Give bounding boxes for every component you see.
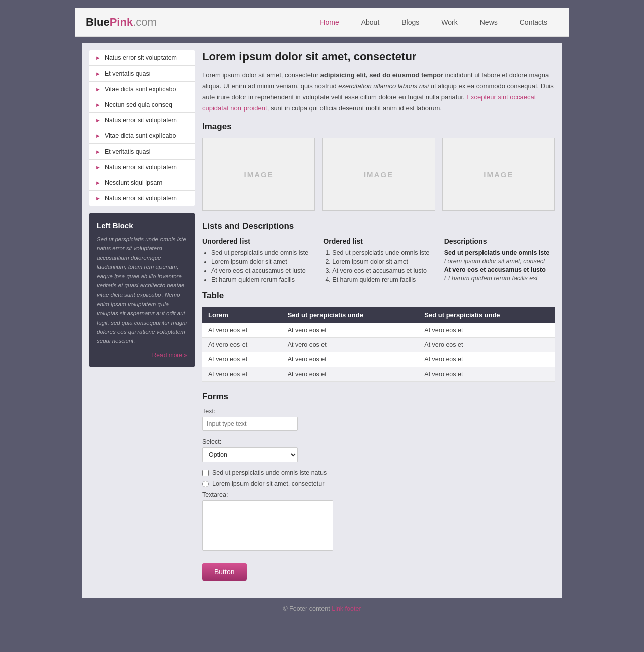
table-header-3: Sed ut perspiciatis unde	[418, 307, 555, 323]
content-title: Lorem ipsum dolor sit amet, consectetur	[202, 50, 555, 63]
radio-label: Lorem ipsum dolor sit amet, consectetur	[212, 480, 324, 487]
table-section: Lorem Sed ut perspiciatis unde Sed ut pe…	[202, 307, 555, 382]
table-row: At vero eos et At vero eos et At vero eo…	[202, 367, 555, 382]
table-cell: At vero eos et	[282, 323, 419, 338]
table-cell: At vero eos et	[202, 323, 282, 338]
textarea-label: Textarea:	[202, 491, 555, 498]
arrow-icon-7: ►	[95, 149, 101, 155]
arrow-icon-10: ►	[95, 195, 101, 201]
table-header-1: Lorem	[202, 307, 282, 323]
checkbox-row: Sed ut perspiciatis unde omnis iste natu…	[202, 469, 555, 476]
radio-row: Lorem ipsum dolor sit amet, consectetur	[202, 480, 555, 487]
table-cell: At vero eos et	[418, 352, 555, 367]
list-item: Sed ut perspiciatis unde omnis iste	[211, 249, 313, 256]
site-logo: BluePink.com	[86, 16, 157, 29]
sidebar-item-label-7: Et veritatis quasi	[105, 148, 151, 155]
data-table: Lorem Sed ut perspiciatis unde Sed ut pe…	[202, 307, 555, 382]
table-cell: At vero eos et	[418, 323, 555, 338]
sidebar-item-label-10: Natus error sit voluptatem	[105, 195, 177, 202]
ordered-list-title: Ordered list	[323, 237, 434, 245]
image-2: IMAGE	[322, 138, 435, 211]
nav-home[interactable]: Home	[309, 8, 350, 37]
sidebar-item-7[interactable]: ► Et veritatis quasi	[89, 144, 195, 160]
list-item: Sed ut perspiciatis unde omnis iste	[332, 249, 434, 256]
submit-button[interactable]: Button	[202, 563, 247, 581]
sidebar-item-10[interactable]: ► Natus error sit voluptatem	[89, 191, 195, 206]
footer-text: © Footer content	[283, 605, 332, 612]
sidebar-item-label-5: Natus error sit voluptatem	[105, 117, 177, 124]
sidebar-item-label-4: Nectun sed quia conseq	[105, 101, 172, 108]
nav-about[interactable]: About	[350, 8, 391, 37]
forms-section: Text: Select: Option Sed ut perspiciatis…	[202, 408, 555, 581]
sidebar-item-9[interactable]: ► Nesciunt siqui ipsam	[89, 175, 195, 191]
footer-link[interactable]: Link footer	[332, 605, 361, 612]
nav-news[interactable]: News	[469, 8, 509, 37]
logo-blue: Blue	[86, 16, 110, 28]
select-label: Select:	[202, 438, 555, 445]
text-field-label: Text:	[202, 408, 555, 415]
textarea-input[interactable]	[202, 500, 333, 551]
arrow-icon-8: ►	[95, 164, 101, 170]
table-cell: At vero eos et	[202, 338, 282, 352]
site-header: BluePink.com Home About Blogs Work News …	[75, 8, 569, 37]
arrow-icon-4: ►	[95, 102, 101, 108]
table-cell: At vero eos et	[282, 352, 419, 367]
left-block-readmore[interactable]: Read more »	[97, 352, 187, 359]
sidebar-item-6[interactable]: ► Vitae dicta sunt explicabo	[89, 128, 195, 144]
images-section-title: Images	[202, 122, 555, 132]
logo-domain: .com	[133, 16, 157, 28]
desc-line-4: Et harum quidem rerum facilis est	[444, 275, 555, 282]
radio-input[interactable]	[202, 481, 209, 487]
textarea-group: Textarea:	[202, 491, 555, 552]
content-area: Lorem ipsum dolor sit amet, consectetur …	[202, 50, 555, 591]
select-group: Select: Option	[202, 438, 555, 462]
arrow-icon-3: ►	[95, 86, 101, 92]
sidebar-item-8[interactable]: ► Natus error sit voluptatem	[89, 160, 195, 175]
table-header-2: Sed ut perspiciatis unde	[282, 307, 419, 323]
lists-section-title: Lists and Descriptions	[202, 221, 555, 231]
sidebar-item-3[interactable]: ► Vitae dicta sunt explicabo	[89, 82, 195, 97]
site-footer: © Footer content Link footer	[75, 598, 569, 615]
sidebar-item-5[interactable]: ► Natus error sit voluptatem	[89, 113, 195, 128]
list-item: At vero eos et accusamus et iusto	[332, 267, 434, 274]
table-cell: At vero eos et	[282, 367, 419, 382]
nav-work[interactable]: Work	[430, 8, 468, 37]
sidebar: ► Natus error sit voluptatem ► Et verita…	[89, 50, 195, 591]
sidebar-item-label-6: Vitae dicta sunt explicabo	[105, 132, 176, 139]
text-field-group: Text:	[202, 408, 555, 431]
select-input[interactable]: Option	[202, 447, 298, 462]
list-item: Et harum quidem rerum facilis	[211, 276, 313, 283]
sidebar-item-4[interactable]: ► Nectun sed quia conseq	[89, 97, 195, 113]
sidebar-menu: ► Natus error sit voluptatem ► Et verita…	[89, 50, 195, 206]
logo-pink: Pink	[110, 16, 133, 28]
forms-section-title: Forms	[202, 392, 555, 402]
left-block-title: Left Block	[97, 221, 187, 230]
nav-blogs[interactable]: Blogs	[390, 8, 430, 37]
ordered-list-block: Ordered list Sed ut perspiciatis unde om…	[323, 237, 434, 285]
list-item: Lorem ipsum dolor sit amet	[332, 258, 434, 265]
desc-line-3: At vero eos et accusamus et iusto	[444, 266, 555, 273]
list-item: At vero eos et accusamus et iusto	[211, 267, 313, 274]
desc-line-2: Lorem ipsum dolor sit amet, consect	[444, 258, 555, 265]
arrow-icon-5: ►	[95, 117, 101, 123]
checkbox-label: Sed ut perspiciatis unde omnis iste natu…	[212, 469, 327, 476]
sidebar-item-2[interactable]: ► Et veritatis quasi	[89, 66, 195, 82]
main-container: ► Natus error sit voluptatem ► Et verita…	[82, 43, 562, 598]
intro-link[interactable]: Excepteur sint occaecat cupidatat non pr…	[202, 93, 536, 112]
text-input[interactable]	[202, 417, 298, 431]
checkbox-input[interactable]	[202, 470, 209, 476]
left-block: Left Block Sed ut perspiciatis unde omni…	[89, 213, 195, 367]
table-cell: At vero eos et	[418, 367, 555, 382]
arrow-icon-2: ►	[95, 70, 101, 77]
arrow-icon-1: ►	[95, 55, 101, 61]
main-nav: Home About Blogs Work News Contacts	[177, 8, 558, 37]
sidebar-item-1[interactable]: ► Natus error sit voluptatem	[89, 50, 195, 66]
unordered-list-block: Unordered list Sed ut perspiciatis unde …	[202, 237, 313, 285]
left-block-text: Sed ut perspiciatis unde omnis iste natu…	[97, 235, 187, 346]
table-cell: At vero eos et	[418, 338, 555, 352]
sidebar-item-label-3: Vitae dicta sunt explicabo	[105, 86, 176, 93]
table-cell: At vero eos et	[282, 338, 419, 352]
sidebar-item-label-9: Nesciunt siqui ipsam	[105, 179, 163, 186]
nav-contacts[interactable]: Contacts	[509, 8, 558, 37]
table-row: At vero eos et At vero eos et At vero eo…	[202, 352, 555, 367]
